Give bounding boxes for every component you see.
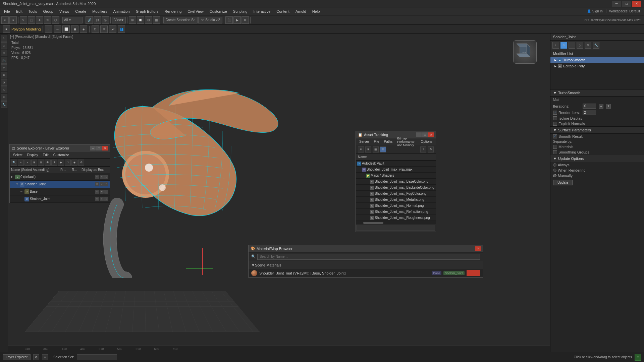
- left-icon-display[interactable]: 👁: [1, 94, 7, 101]
- snap-button[interactable]: 🔲: [137, 16, 144, 24]
- iterations-up[interactable]: ▲: [599, 104, 603, 109]
- explorer-options-btn[interactable]: ⚙: [78, 160, 84, 166]
- modifier-editable-poly[interactable]: ▶ ■ Editable Poly: [550, 63, 644, 69]
- explorer-row-default-layer[interactable]: ▶ L 0 (default) 👁 ☀ □: [10, 173, 110, 181]
- row-sun-2[interactable]: ☀: [100, 190, 104, 194]
- row-eye-2[interactable]: 👁: [95, 190, 99, 194]
- left-icon-spacewarps[interactable]: ≋: [1, 72, 7, 78]
- mat-search-input[interactable]: [257, 254, 480, 260]
- modify-panel-icon[interactable]: ⊙: [560, 42, 567, 49]
- element-mode-button[interactable]: ◈: [80, 25, 87, 33]
- asset-row-roughness[interactable]: 🖼 Shoulder_Joint_mat_Roughness.png: [356, 215, 436, 221]
- asset-grid-btn[interactable]: ⊞: [365, 146, 371, 153]
- expand-icon-1[interactable]: ▼: [16, 183, 19, 186]
- asset-filter-input[interactable]: [357, 225, 435, 231]
- asset-help-btn[interactable]: ?: [420, 146, 426, 153]
- left-icon-utilities[interactable]: 🔧: [1, 101, 7, 108]
- left-icon-helpers[interactable]: ✛: [1, 64, 7, 71]
- isoline-checkbox[interactable]: [553, 116, 557, 120]
- explorer-delete-btn[interactable]: ×: [24, 160, 31, 166]
- maxscript-mini[interactable]: M: [635, 354, 641, 361]
- menu-civil-view[interactable]: Civil View: [185, 8, 206, 15]
- asset-detail-btn[interactable]: ⊟: [380, 146, 386, 153]
- update-options-header[interactable]: ▼ Update Options: [550, 155, 644, 162]
- explorer-new-btn[interactable]: +: [18, 160, 24, 166]
- row-eye-0[interactable]: 👁: [95, 175, 99, 179]
- explorer-row-sholder-joint[interactable]: ▼ O Sholder_Joint 👁 ☀ □: [10, 181, 110, 188]
- asset-refresh-btn[interactable]: ↻: [428, 146, 434, 153]
- row-sun-1[interactable]: ☀: [100, 182, 104, 186]
- mat-browser-close[interactable]: ✕: [475, 246, 481, 251]
- explorer-collapse-all-btn[interactable]: ⊟: [38, 160, 44, 166]
- poly-mode-button[interactable]: ◼: [71, 25, 78, 33]
- select-by-button[interactable]: ⊡: [92, 25, 99, 33]
- menu-edit[interactable]: Edit: [13, 8, 25, 15]
- asset-thumb-btn[interactable]: ▦: [373, 146, 379, 153]
- explorer-eye-btn[interactable]: 👁: [45, 160, 51, 166]
- explorer-box-btn[interactable]: □: [65, 160, 71, 166]
- menu-graph-editors[interactable]: Graph Editors: [133, 8, 161, 15]
- asset-row-vault[interactable]: V Autodesk Vault: [356, 161, 436, 167]
- menu-customize[interactable]: Customize: [207, 8, 230, 15]
- left-icon-cameras[interactable]: 📷: [1, 57, 7, 64]
- scene-explorer-close[interactable]: ✕: [102, 146, 108, 150]
- surface-params-header[interactable]: ▼ Surface Parameters: [550, 126, 644, 134]
- restore-button[interactable]: □: [622, 1, 631, 7]
- asset-scrollbar[interactable]: [356, 221, 436, 224]
- view-dropdown[interactable]: View ▾: [112, 17, 126, 23]
- materials-checkbox[interactable]: [553, 145, 557, 149]
- asset-row-normal[interactable]: 🖼 Shoulder_Joint_mat_Normal.png: [356, 203, 436, 209]
- turbosmooth-section-header[interactable]: ▼ TurboSmooth: [550, 89, 644, 97]
- left-icon-systems[interactable]: ⚙: [1, 79, 7, 86]
- menu-scripting[interactable]: Scripting: [230, 8, 250, 15]
- array-button[interactable]: ▦: [153, 16, 160, 24]
- display-panel-icon[interactable]: 👁: [585, 42, 591, 49]
- iterations-value[interactable]: 0: [583, 104, 596, 109]
- explorer-row-base[interactable]: ─ O Base 👁 ☀ □: [10, 188, 110, 195]
- asset-menu-options[interactable]: Options: [419, 139, 434, 144]
- mode-settings-btn[interactable]: ⚙: [33, 354, 39, 360]
- asset-row-basecolor[interactable]: 🖼 Shoulder_Joint_mat_BaseColor.png: [356, 179, 436, 185]
- menu-modifiers[interactable]: Modifiers: [90, 8, 110, 15]
- hierarchy-panel-icon[interactable]: ⋮: [569, 42, 575, 49]
- menu-arnold[interactable]: Arnold: [293, 8, 309, 15]
- menu-group[interactable]: Group: [40, 8, 56, 15]
- material-browser-header[interactable]: 🎨 Material/Map Browser ✕: [249, 245, 483, 252]
- row-eye-1[interactable]: 👁: [95, 182, 99, 186]
- explorer-expand-all-btn[interactable]: ⊞: [31, 160, 37, 166]
- mirror-button[interactable]: ⊟: [145, 16, 152, 24]
- explorer-menu-customize[interactable]: Customize: [51, 153, 71, 157]
- update-button[interactable]: Update: [553, 180, 573, 185]
- mode-list-btn[interactable]: ≡: [42, 354, 48, 360]
- asset-restore[interactable]: □: [422, 132, 428, 137]
- render-button[interactable]: ▶: [233, 16, 241, 24]
- row-sun-3[interactable]: ☀: [100, 197, 104, 201]
- asset-row-metallic[interactable]: 🖼 Shoulder_Joint_mat_Metallic.png: [356, 197, 436, 203]
- expand-icon-2[interactable]: ─: [20, 190, 24, 193]
- selection-set-input[interactable]: [77, 354, 117, 360]
- asset-menu-paths[interactable]: Paths: [382, 139, 395, 144]
- left-icon-lights[interactable]: ☀: [1, 50, 7, 56]
- undo-button[interactable]: ↩: [1, 16, 9, 24]
- menu-interactive[interactable]: Interactive: [251, 8, 273, 15]
- explicit-normals-checkbox[interactable]: [553, 122, 557, 126]
- when-rendering-radio[interactable]: [553, 169, 556, 172]
- left-icon-motion[interactable]: ▷: [1, 86, 7, 93]
- scene-explorer-minimize[interactable]: ─: [90, 146, 96, 150]
- asset-menu-bitmap[interactable]: Bitmap Performance and Memory: [395, 136, 418, 147]
- align-button[interactable]: ⊞: [129, 16, 136, 24]
- menu-content[interactable]: Content: [274, 8, 292, 15]
- asset-list-btn[interactable]: ≡: [358, 146, 364, 153]
- explorer-menu-edit[interactable]: Edit: [41, 153, 51, 157]
- asset-row-backside[interactable]: 🖼 Shoulder_Joint_mat_BacksideColor.png: [356, 185, 436, 191]
- asset-menu-server[interactable]: Server: [357, 139, 371, 144]
- scale-button[interactable]: ⬡: [52, 16, 59, 24]
- select-region-button[interactable]: ⬚: [28, 16, 35, 24]
- asset-close[interactable]: ✕: [428, 132, 434, 137]
- smoothing-groups-checkbox[interactable]: [553, 150, 557, 154]
- scene-explorer-header[interactable]: 🗂 Scene Explorer - Layer Explorer ─ □ ✕: [10, 144, 110, 152]
- left-icon-shapes[interactable]: △: [1, 42, 7, 49]
- minimize-button[interactable]: ─: [612, 1, 621, 7]
- utilities-panel-icon[interactable]: 🔧: [593, 42, 599, 49]
- ad-studio-btn[interactable]: ad Studio v.2: [198, 17, 222, 23]
